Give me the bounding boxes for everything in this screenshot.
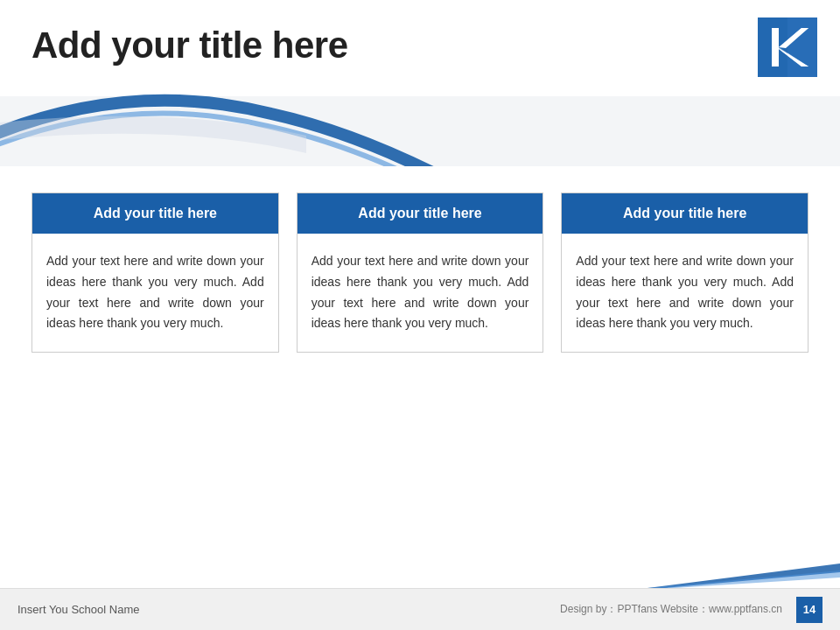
card-2: Add your title here Add your text here a… <box>297 192 544 353</box>
card-1-title: Add your title here <box>32 193 278 234</box>
card-2-title: Add your title here <box>298 193 543 234</box>
cards-container: Add your title here Add your text here a… <box>32 192 808 353</box>
page-number: 14 <box>796 597 822 623</box>
school-name-label: Insert You School Name <box>18 603 139 616</box>
design-credit: Design by：PPTfans Website：www.pptfans.cn <box>560 602 782 617</box>
logo <box>756 16 819 79</box>
card-2-body: Add your text here and write down your i… <box>298 234 543 352</box>
card-3-title: Add your title here <box>562 193 808 234</box>
card-1-body: Add your text here and write down your i… <box>32 234 278 352</box>
card-3-body: Add your text here and write down your i… <box>562 234 808 352</box>
card-3: Add your title here Add your text here a… <box>561 192 808 353</box>
bottom-decoration <box>648 564 840 588</box>
footer: Insert You School Name Design by：PPTfans… <box>0 588 840 630</box>
footer-right: Design by：PPTfans Website：www.pptfans.cn… <box>560 597 822 623</box>
page-title: Add your title here <box>32 24 348 66</box>
card-1: Add your title here Add your text here a… <box>32 192 279 353</box>
svg-rect-7 <box>772 28 779 66</box>
